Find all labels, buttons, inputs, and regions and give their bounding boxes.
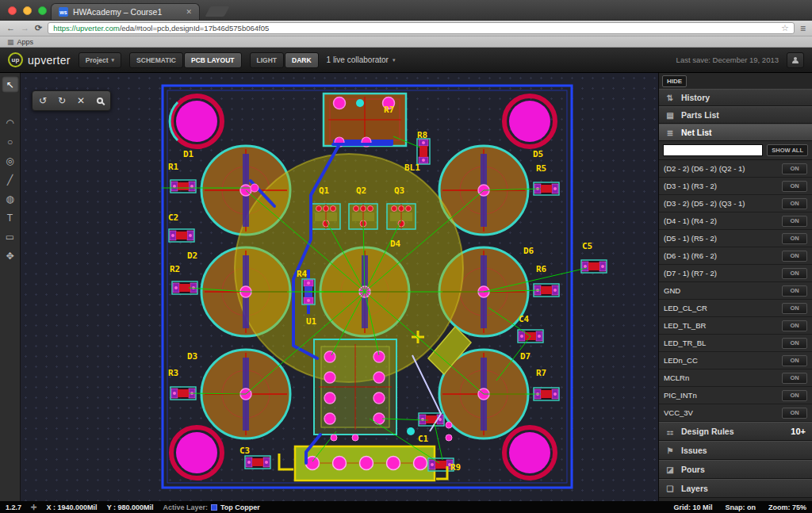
net-toggle-button[interactable]: ON bbox=[782, 233, 807, 244]
active-layer-indicator[interactable]: Active Layer: Top Copper bbox=[163, 503, 260, 511]
net-row[interactable]: (D7 - 1) (R7 - 2)ON bbox=[659, 265, 812, 282]
ref-label[interactable]: D2 bbox=[187, 251, 197, 261]
net-row[interactable]: LED_TL_BRON bbox=[659, 317, 812, 335]
net-search-input[interactable] bbox=[663, 144, 763, 156]
rotate-cw-icon[interactable]: ↻ bbox=[53, 93, 71, 109]
ref-label[interactable]: R2 bbox=[170, 264, 180, 274]
pan-tool[interactable]: ✥ bbox=[2, 247, 19, 264]
bookmark-star-icon[interactable]: ☆ bbox=[781, 23, 789, 33]
pcb-layout-button[interactable]: PCB LAYOUT bbox=[184, 52, 241, 68]
net-row[interactable]: VCC_3VON bbox=[659, 404, 812, 422]
forward-icon[interactable]: → bbox=[21, 24, 29, 33]
net-row[interactable]: LED_TR_BLON bbox=[659, 335, 812, 352]
footprint-R1[interactable] bbox=[170, 180, 196, 193]
mounting-hole[interactable] bbox=[504, 427, 555, 478]
net-toggle-button[interactable]: ON bbox=[782, 285, 807, 297]
ref-label[interactable]: C3 bbox=[239, 446, 250, 456]
pad-tool[interactable]: ▭ bbox=[2, 228, 19, 245]
select-move-tool[interactable]: ↖ bbox=[2, 76, 19, 93]
sidebar-section-parts-list[interactable]: ▤Parts List bbox=[659, 106, 812, 124]
ref-label[interactable]: U1 bbox=[306, 316, 317, 327]
net-row[interactable]: LEDn_CCON bbox=[659, 352, 812, 369]
window-zoom-button[interactable] bbox=[38, 6, 47, 15]
sidebar-section-history[interactable]: ⇅History bbox=[659, 89, 812, 106]
delete-icon[interactable]: ✕ bbox=[72, 93, 90, 109]
net-toggle-button[interactable]: ON bbox=[782, 390, 807, 401]
net-toggle-button[interactable]: ON bbox=[782, 181, 807, 192]
via-pad[interactable] bbox=[352, 435, 358, 441]
reload-icon[interactable]: ⟳ bbox=[35, 24, 42, 33]
ref-label[interactable]: R7 bbox=[536, 368, 546, 378]
window-close-button[interactable] bbox=[8, 6, 17, 15]
footprint-bottom-header[interactable] bbox=[295, 446, 435, 480]
footprint-C2[interactable] bbox=[169, 229, 194, 242]
via-pad[interactable] bbox=[331, 435, 337, 441]
hide-sidebar-button[interactable]: HIDE bbox=[662, 75, 687, 87]
ref-label[interactable]: C1 bbox=[418, 434, 429, 444]
browser-menu-icon[interactable]: ≡ bbox=[800, 23, 806, 34]
net-row[interactable]: (D4 - 1) (R4 - 2)ON bbox=[659, 212, 812, 230]
net-row[interactable]: LED_CL_CRON bbox=[659, 300, 812, 317]
sidebar-section-layers[interactable]: ❏Layers bbox=[659, 479, 812, 498]
browser-tab[interactable]: ws HWAcademy – Course1 ✕ bbox=[51, 3, 200, 20]
ref-label[interactable]: D6 bbox=[523, 246, 534, 256]
project-menu-button[interactable]: Project ▾ bbox=[79, 52, 121, 68]
ref-label[interactable]: R3 bbox=[168, 368, 178, 378]
account-button[interactable] bbox=[787, 52, 804, 68]
ref-label[interactable]: D3 bbox=[187, 351, 197, 362]
tab-close-icon[interactable]: ✕ bbox=[186, 8, 192, 16]
zoom-setting[interactable]: Zoom: 75% bbox=[768, 503, 806, 511]
net-row[interactable]: PIC_INTnON bbox=[659, 387, 812, 404]
net-row[interactable]: (D3 - 2) (D5 - 2) (Q3 - 1)ON bbox=[659, 195, 812, 212]
light-theme-button[interactable]: LIGHT bbox=[250, 52, 285, 68]
collaborators-menu[interactable]: 1 live collaborator ▾ bbox=[327, 56, 396, 64]
window-minimize-button[interactable] bbox=[23, 6, 32, 15]
bookmarks-apps-label[interactable]: Apps bbox=[17, 38, 34, 46]
ref-label[interactable]: R8 bbox=[417, 130, 427, 140]
text-tool[interactable]: T bbox=[2, 209, 19, 226]
dark-theme-button[interactable]: DARK bbox=[285, 52, 319, 68]
circle-tool[interactable]: ○ bbox=[2, 133, 19, 150]
back-icon[interactable]: ← bbox=[6, 24, 15, 33]
ref-label[interactable]: D1 bbox=[183, 149, 194, 159]
net-row[interactable]: (D5 - 1) (R5 - 2)ON bbox=[659, 230, 812, 247]
via-pad[interactable] bbox=[251, 184, 259, 192]
ref-label[interactable]: R4 bbox=[297, 269, 308, 279]
net-toggle-button[interactable]: ON bbox=[782, 198, 807, 209]
via-pad[interactable] bbox=[446, 422, 452, 428]
apps-grid-icon[interactable]: ▦ bbox=[7, 38, 14, 46]
net-toggle-button[interactable]: ON bbox=[782, 355, 807, 366]
ref-label[interactable]: C4 bbox=[519, 314, 530, 324]
ref-label[interactable]: D5 bbox=[533, 149, 543, 159]
pcb-canvas[interactable]: D1R1D5R5C2Q1Q2Q3BL1R7R8D2D6C5R2R6R4D4C4U… bbox=[21, 73, 658, 501]
sidebar-section-pours[interactable]: ◪Pours bbox=[659, 460, 812, 479]
ref-label[interactable]: Q2 bbox=[356, 186, 366, 196]
net-toggle-button[interactable]: ON bbox=[782, 373, 807, 384]
mounting-hole[interactable] bbox=[504, 96, 555, 147]
net-toggle-button[interactable]: ON bbox=[782, 251, 807, 262]
ref-label[interactable]: R7 bbox=[384, 105, 394, 115]
ref-label[interactable]: Q1 bbox=[319, 186, 330, 196]
footprint-Q3[interactable] bbox=[387, 204, 416, 229]
footprint-C5[interactable] bbox=[581, 260, 607, 273]
new-tab-button[interactable] bbox=[205, 6, 230, 17]
ref-label[interactable]: R1 bbox=[168, 162, 179, 172]
ref-label[interactable]: Q3 bbox=[394, 186, 404, 196]
net-toggle-button[interactable]: ON bbox=[782, 338, 807, 349]
sidebar-section-net-list[interactable]: ≣Net List bbox=[659, 124, 812, 141]
ref-label[interactable]: R6 bbox=[536, 264, 547, 274]
net-toggle-button[interactable]: ON bbox=[782, 268, 807, 279]
ref-label[interactable]: BL1 bbox=[404, 163, 420, 173]
ref-label[interactable]: R9 bbox=[450, 462, 461, 473]
via-pad[interactable] bbox=[446, 435, 452, 441]
ref-label[interactable]: R5 bbox=[536, 163, 546, 174]
footprint-top-module[interactable] bbox=[324, 94, 406, 147]
net-row[interactable]: (D2 - 2) (D6 - 2) (Q2 - 1)ON bbox=[659, 160, 812, 178]
trace-tool[interactable]: ╱ bbox=[2, 171, 19, 188]
ref-label[interactable]: D7 bbox=[520, 351, 530, 362]
net-row[interactable]: (D6 - 1) (R6 - 2)ON bbox=[659, 247, 812, 265]
ref-label[interactable]: D4 bbox=[390, 239, 401, 249]
ref-label[interactable]: C5 bbox=[582, 241, 592, 251]
sidebar-section-design-rules[interactable]: ⚏Design Rules10+ bbox=[659, 422, 812, 441]
zoom-icon[interactable] bbox=[91, 93, 109, 109]
